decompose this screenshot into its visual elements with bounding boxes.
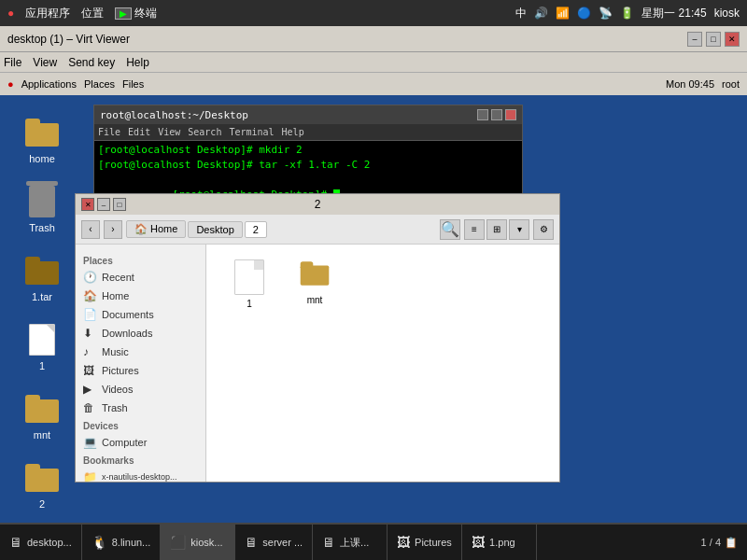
fm-places-title: Places xyxy=(76,252,205,268)
kiosk-app-icon: ⬛ xyxy=(170,535,186,550)
fm-titlebar: ✕ – □ 2 xyxy=(76,194,559,215)
topbar-left: ● 应用程序 位置 ▶ 终端 xyxy=(7,6,157,21)
documents-icon: 📄 xyxy=(83,308,96,321)
fm-sidebar-bookmark1[interactable]: 📁 x-nautilus-desktop... xyxy=(76,468,205,482)
fm-back-button[interactable]: ‹ xyxy=(81,220,100,239)
page-icon: 📋 xyxy=(725,537,738,549)
fm-sidebar-videos[interactable]: ▶ Videos xyxy=(76,380,205,399)
fm-breadcrumb-home[interactable]: 🏠 Home xyxy=(126,220,186,238)
fm-body: Places 🕐 Recent 🏠 Home 📄 Documents xyxy=(76,245,559,482)
appbar-item-8linux[interactable]: 🐧 8.linun... xyxy=(82,525,162,560)
menu-help[interactable]: Help xyxy=(126,56,149,69)
home-icon: 🏠 xyxy=(134,223,148,234)
desktop-app-icon: 🖥 xyxy=(9,535,22,550)
desktop-icon-1tar[interactable]: 1.tar xyxy=(5,252,79,302)
appbar-item-desktop[interactable]: 🖥 desktop... xyxy=(0,525,82,560)
desktop-icon-home[interactable]: home xyxy=(5,114,79,164)
term-menu-help[interactable]: Help xyxy=(282,127,304,137)
appbar: 🖥 desktop... 🐧 8.linun... ⬛ kiosk... 🖥 s… xyxy=(0,523,747,560)
system-topbar: ● 应用程序 位置 ▶ 终端 中 🔊 📶 🔵 📡 🔋 星期一 21:45 kio… xyxy=(0,0,747,26)
virt-maximize-button[interactable]: □ xyxy=(706,32,721,47)
applications-menu[interactable]: 应用程序 xyxy=(25,6,70,21)
downloads-icon: ⬇ xyxy=(83,327,96,340)
fm-settings-btn[interactable]: ⚙ xyxy=(533,219,554,240)
desktop-icon-2[interactable]: 2 xyxy=(5,459,79,510)
fm-title: 2 xyxy=(126,198,509,211)
fm-view-buttons: ≡ ⊞ ▾ xyxy=(464,219,529,240)
appbar-item-shangke[interactable]: 🖥 上课... xyxy=(313,525,388,560)
appbar-item-server[interactable]: 🖥 server ... xyxy=(235,525,313,560)
desktop-icon-file1[interactable]: 1 xyxy=(5,321,79,371)
fm-forward-button[interactable]: › xyxy=(104,220,122,239)
fm-close-btn[interactable]: ✕ xyxy=(81,198,94,211)
trash-icon xyxy=(23,183,61,220)
terminal-minimize-btn[interactable] xyxy=(477,109,488,120)
terminal-title: root@localhost:~/Desktop xyxy=(100,109,248,121)
fm-sidebar-pictures[interactable]: 🖼 Pictures xyxy=(76,361,205,380)
menu-file[interactable]: File xyxy=(4,56,21,69)
appbar-item-1png[interactable]: 🖼 1.png xyxy=(462,525,537,560)
pictures-icon: 🖼 xyxy=(83,364,96,377)
virt-viewer-window: desktop (1) – Virt Viewer – □ ✕ File Vie… xyxy=(0,26,747,560)
inner-files[interactable]: Files xyxy=(122,78,144,90)
inner-places[interactable]: Places xyxy=(84,78,115,90)
fm-content: 1 mnt xyxy=(206,245,559,482)
inner-time: Mon 09:45 xyxy=(666,78,714,90)
inner-apps-icon: ● xyxy=(7,78,14,90)
fm-search-button[interactable]: 🔍 xyxy=(440,219,460,240)
virt-menubar: File View Send key Help xyxy=(0,52,747,73)
appbar-item-pictures[interactable]: 🖼 Pictures xyxy=(388,525,462,560)
menu-view[interactable]: View xyxy=(33,56,57,69)
fm-grid-view-btn[interactable]: ⊞ xyxy=(486,219,507,240)
terminal-window: root@localhost:~/Desktop File Edit View … xyxy=(93,105,523,198)
term-menu-terminal[interactable]: Terminal xyxy=(229,127,274,137)
kiosk-label: kiosk xyxy=(714,7,740,20)
term-menu-file[interactable]: File xyxy=(98,127,120,137)
inner-applications[interactable]: Applications xyxy=(21,78,77,90)
volume-icon: 🔊 xyxy=(534,7,548,20)
terminal-title-buttons xyxy=(477,109,516,120)
fm-sidebar-trash[interactable]: 🗑 Trash xyxy=(76,399,205,417)
fm-sidebar-computer[interactable]: 💻 Computer xyxy=(76,433,205,452)
fm-breadcrumb-desktop[interactable]: Desktop xyxy=(188,221,242,238)
input-method: 中 xyxy=(515,6,527,21)
tar-folder-icon xyxy=(23,252,61,289)
inner-user: root xyxy=(722,78,740,90)
fm-folder-mnt[interactable]: mnt xyxy=(287,259,343,309)
fm-file-1[interactable]: 1 xyxy=(221,259,277,309)
fm-breadcrumb-2[interactable]: 2 xyxy=(245,221,267,238)
fm-sidebar-home[interactable]: 🏠 Home xyxy=(76,287,205,305)
desktop-icon-trash[interactable]: Trash xyxy=(5,183,79,233)
fm-list-view-btn[interactable]: ≡ xyxy=(464,219,485,240)
virt-close-button[interactable]: ✕ xyxy=(725,32,740,47)
terminal-menu[interactable]: ▶ 终端 xyxy=(115,6,157,21)
fm-sidebar-music[interactable]: ♪ Music xyxy=(76,343,205,361)
desktop-icons: home Trash 1.tar xyxy=(0,95,84,523)
recent-icon: 🕐 xyxy=(83,271,96,284)
terminal-close-btn[interactable] xyxy=(505,109,516,120)
term-menu-view[interactable]: View xyxy=(158,127,180,137)
desktop-icon-mnt[interactable]: mnt xyxy=(5,390,79,441)
fm-sidebar-downloads[interactable]: ⬇ Downloads xyxy=(76,324,205,343)
pictures-app-icon: 🖼 xyxy=(397,535,410,550)
terminal-maximize-btn[interactable] xyxy=(491,109,502,120)
virt-minimize-button[interactable]: – xyxy=(687,32,702,47)
menu-sendkey[interactable]: Send key xyxy=(68,56,115,69)
fm-sidebar-recent[interactable]: 🕐 Recent xyxy=(76,268,205,287)
fm-maximize-btn[interactable]: □ xyxy=(113,198,126,211)
fm-toolbar: ‹ › 🏠 Home Desktop 2 🔍 xyxy=(76,215,559,245)
appbar-item-kiosk[interactable]: ⬛ kiosk... xyxy=(161,525,235,560)
trash-sidebar-icon: 🗑 xyxy=(83,401,96,414)
mnt-folder-icon xyxy=(23,390,61,427)
fm-minimize-btn[interactable]: – xyxy=(97,198,110,211)
places-menu[interactable]: 位置 xyxy=(81,6,104,21)
term-menu-edit[interactable]: Edit xyxy=(128,127,150,137)
fm-breadcrumb: 🏠 Home Desktop 2 xyxy=(126,220,436,238)
fm-sidebar: Places 🕐 Recent 🏠 Home 📄 Documents xyxy=(76,245,206,482)
fm-sidebar-documents[interactable]: 📄 Documents xyxy=(76,305,205,324)
terminal-body[interactable]: [root@localhost Desktop]# mkdir 2 [root@… xyxy=(94,141,522,197)
term-menu-search[interactable]: Search xyxy=(188,127,221,137)
fm-view-options-btn[interactable]: ▾ xyxy=(509,219,529,240)
app-icon: ● xyxy=(7,7,14,20)
fm-folder-mnt-icon xyxy=(298,259,331,287)
